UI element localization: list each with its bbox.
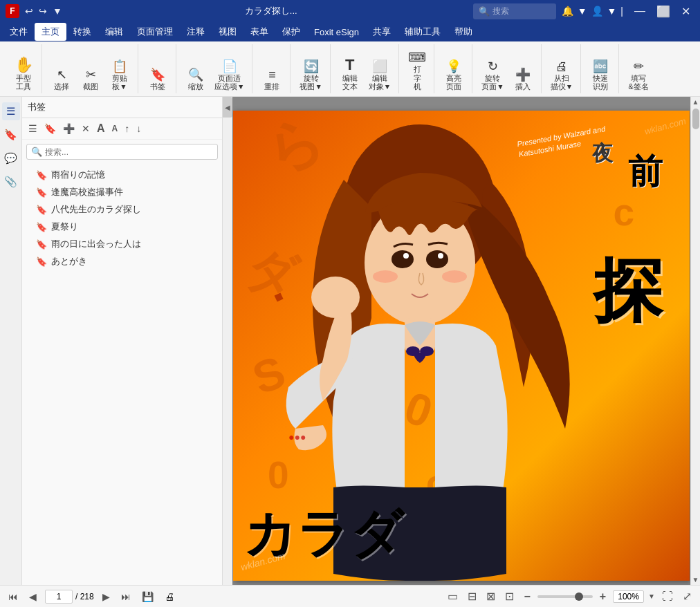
save-copy-icon[interactable]: 💾 bbox=[139, 590, 156, 604]
zoom-slider[interactable] bbox=[537, 595, 593, 598]
ribbon-btn-edit-text[interactable]: T 编辑文本 bbox=[336, 53, 364, 93]
title-search-box[interactable]: 🔍 搜索 bbox=[473, 3, 556, 19]
nav-prev-page-button[interactable]: ◀ bbox=[26, 590, 39, 604]
sidebar-font-large-icon[interactable]: A bbox=[95, 121, 107, 136]
sidebar-add-icon[interactable]: ➕ bbox=[61, 122, 77, 136]
sidebar-search-input[interactable] bbox=[45, 147, 213, 157]
menu-share[interactable]: 共享 bbox=[366, 23, 398, 41]
nav-last-page-button[interactable]: ⏭ bbox=[118, 590, 133, 604]
ribbon-btn-select[interactable]: ↖ 选择 bbox=[48, 53, 75, 93]
list-item[interactable]: 🔖 逢魔高校盗撮事件 bbox=[22, 184, 222, 201]
bookmark-icon-4: 🔖 bbox=[36, 239, 47, 250]
menu-convert[interactable]: 转换 bbox=[66, 23, 98, 41]
content-area[interactable]: ら 0 ダ S 0 c 0 s 0 Presented by Walzard a… bbox=[232, 97, 690, 585]
ribbon-btn-edit-object[interactable]: ⬜ 编辑对象▼ bbox=[365, 53, 394, 93]
close-button[interactable]: ✕ bbox=[677, 3, 694, 19]
ribbon-btn-rotate-view[interactable]: 🔄 旋转视图▼ bbox=[296, 53, 325, 93]
menu-protect[interactable]: 保护 bbox=[275, 23, 307, 41]
sidebar-delete-icon[interactable]: ✕ bbox=[80, 122, 92, 136]
view-facing-icon[interactable]: ⊠ bbox=[483, 588, 498, 604]
ribbon-btn-rotate-page[interactable]: ↻ 旋转页面▼ bbox=[478, 53, 507, 93]
menu-tools[interactable]: 辅助工具 bbox=[398, 23, 448, 41]
attachment-panel-icon[interactable]: 📎 bbox=[2, 173, 20, 191]
app-logo: F bbox=[6, 4, 19, 18]
account-dropdown-icon[interactable]: ▼ bbox=[607, 6, 617, 17]
ribbon-btn-sign[interactable]: ✏ 填写&签名 bbox=[625, 53, 652, 93]
sidebar-bookmark-icon[interactable]: 🔖 bbox=[42, 122, 58, 136]
ribbon-btn-ocr[interactable]: 🔤 快速识别 bbox=[587, 53, 614, 93]
list-item[interactable]: 🔖 八代先生のカラダ探し bbox=[22, 201, 222, 218]
current-page-input[interactable] bbox=[45, 590, 73, 604]
bookmark-panel-icon[interactable]: 🔖 bbox=[2, 126, 20, 144]
sidebar-toggle-icon[interactable]: ☰ bbox=[2, 102, 20, 120]
ribbon-btn-hand[interactable]: ✋ 手型工具 bbox=[10, 53, 37, 93]
zoom-dropdown-icon[interactable]: ▼ bbox=[648, 592, 655, 600]
menu-page-management[interactable]: 页面管理 bbox=[130, 23, 180, 41]
ribbon-btn-bookmark[interactable]: 🔖 书签 bbox=[144, 53, 172, 93]
svg-point-11 bbox=[311, 277, 360, 318]
sidebar-menu-icon[interactable]: ☰ bbox=[26, 122, 39, 136]
scroll-up-arrow[interactable]: ▲ bbox=[692, 98, 699, 106]
highlight-icon: 💡 bbox=[446, 60, 461, 73]
list-item[interactable]: 🔖 夏祭り bbox=[22, 218, 222, 236]
view-single-icon[interactable]: ▭ bbox=[445, 588, 461, 604]
svg-rect-12 bbox=[406, 487, 434, 581]
sidebar-down-icon[interactable]: ↓ bbox=[134, 122, 143, 136]
scroll-thumb[interactable] bbox=[692, 109, 699, 129]
menu-file[interactable]: 文件 bbox=[3, 23, 35, 41]
ribbon-btn-page-fit[interactable]: 📄 页面适应选项▼ bbox=[211, 53, 248, 93]
nav-next-page-button[interactable]: ▶ bbox=[100, 590, 113, 604]
menu-form[interactable]: 表单 bbox=[243, 23, 275, 41]
ribbon-btn-insert[interactable]: ➕ 插入 bbox=[509, 53, 537, 93]
manga-title-bottom-kanji: カラダ bbox=[243, 508, 403, 560]
customize-icon[interactable]: ▼ bbox=[51, 4, 64, 18]
list-item[interactable]: 🔖 雨宿りの記憶 bbox=[22, 167, 222, 184]
ribbon-btn-highlight[interactable]: 💡 高亮页面 bbox=[440, 53, 468, 93]
list-item[interactable]: 🔖 雨の日に出会った人は bbox=[22, 236, 222, 253]
zoom-input[interactable] bbox=[613, 590, 644, 603]
menu-help[interactable]: 帮助 bbox=[448, 23, 479, 41]
sidebar-font-small-icon[interactable]: A bbox=[110, 122, 120, 135]
ribbon-btn-typewriter[interactable]: ⌨ 打字机 bbox=[405, 53, 430, 93]
ribbon-btn-screenshot[interactable]: ✂ 截图 bbox=[77, 53, 104, 93]
menu-view[interactable]: 视图 bbox=[212, 23, 243, 41]
menu-bar: 文件 主页 转换 编辑 页面管理 注释 视图 表单 保护 Foxit eSign… bbox=[0, 22, 700, 41]
menu-foxit-esign[interactable]: Foxit eSign bbox=[307, 24, 366, 40]
menu-comment[interactable]: 注释 bbox=[180, 23, 212, 41]
status-bar: ⏮ ◀ / 218 ▶ ⏭ 💾 🖨 ▭ ⊟ ⊠ ⊡ − + ▼ ⛶ ⤢ bbox=[0, 585, 700, 607]
view-continuous-icon[interactable]: ⊟ bbox=[465, 588, 479, 604]
print-icon[interactable]: 🖨 bbox=[162, 590, 177, 604]
ribbon-btn-zoom[interactable]: 🔍 缩放 bbox=[182, 53, 210, 93]
ocr-icon: 🔤 bbox=[593, 60, 608, 73]
menu-home[interactable]: 主页 bbox=[35, 23, 66, 41]
page-input-area: / 218 bbox=[45, 590, 94, 604]
bell-icon[interactable]: 🔔 bbox=[562, 6, 573, 17]
vertical-scrollbar[interactable]: ▲ ▼ bbox=[690, 97, 700, 585]
ribbon-btn-reflow[interactable]: ≡ 重排 bbox=[258, 53, 286, 93]
minimize-button[interactable]: — bbox=[630, 3, 650, 19]
ribbon-btn-scan[interactable]: 🖨 从扫描仪▼ bbox=[547, 53, 576, 93]
zoom-plus-button[interactable]: + bbox=[597, 589, 609, 604]
maximize-button[interactable]: ⬜ bbox=[652, 3, 674, 19]
bookmark-label-0: 雨宿りの記憶 bbox=[51, 169, 105, 181]
zoom-slider-thumb[interactable] bbox=[575, 592, 583, 601]
bell-dropdown-icon[interactable]: ▼ bbox=[578, 6, 587, 17]
sidebar-collapse-arrow[interactable]: ◀ bbox=[223, 97, 232, 118]
menu-edit[interactable]: 编辑 bbox=[98, 23, 130, 41]
view-facing-cont-icon[interactable]: ⊡ bbox=[502, 588, 517, 604]
sidebar-search-box[interactable]: 🔍 bbox=[26, 144, 218, 160]
nav-first-page-button[interactable]: ⏮ bbox=[6, 590, 21, 604]
screenshot-icon: ✂ bbox=[86, 68, 96, 81]
undo-icon[interactable]: ↩ bbox=[24, 4, 35, 18]
sidebar-up-icon[interactable]: ↑ bbox=[122, 122, 131, 136]
redo-icon[interactable]: ↪ bbox=[37, 4, 48, 18]
scroll-down-arrow[interactable]: ▼ bbox=[692, 576, 699, 583]
account-icon[interactable]: 👤 bbox=[591, 6, 603, 17]
comment-panel-icon[interactable]: 💬 bbox=[2, 149, 20, 167]
rotate-view-icon: 🔄 bbox=[304, 60, 319, 73]
list-item[interactable]: 🔖 あとがき bbox=[22, 253, 222, 270]
zoom-minus-button[interactable]: − bbox=[521, 589, 533, 604]
fullscreen-icon[interactable]: ⛶ bbox=[659, 589, 676, 604]
ribbon-btn-clipboard[interactable]: 📋 剪贴板▼ bbox=[106, 53, 133, 93]
expand-icon[interactable]: ⤢ bbox=[680, 588, 694, 604]
